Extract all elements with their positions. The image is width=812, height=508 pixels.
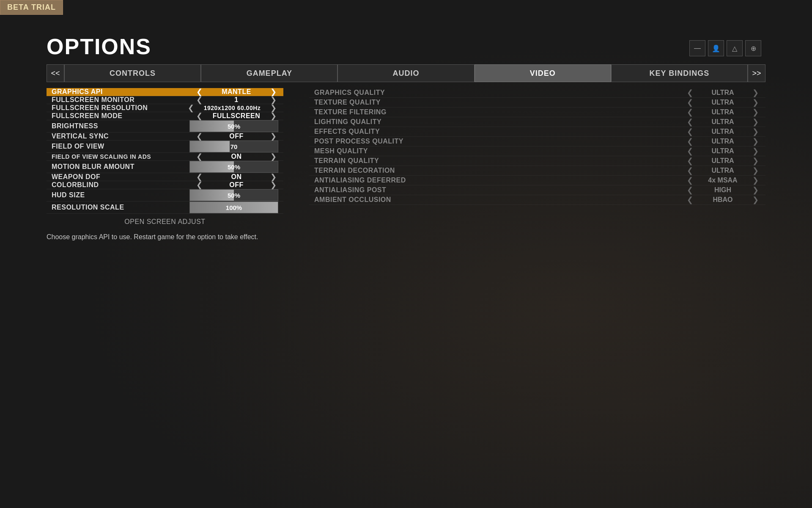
fullscreen-mode-next-button[interactable]: ❯ bbox=[269, 112, 278, 120]
option-label-ambient-occlusion: AMBIENT OCCLUSION bbox=[314, 196, 685, 204]
option-row-terrain-quality: TERRAIN QUALITY ❮ ULTRA ❯ bbox=[309, 156, 765, 166]
option-label-effects-quality: EFFECTS QUALITY bbox=[314, 128, 685, 135]
vertical-sync-next-button[interactable]: ❯ bbox=[269, 133, 278, 140]
option-label-weapon-dof: WEAPON DOF bbox=[52, 173, 195, 181]
option-control-ambient-occlusion: ❮ HBAO ❯ bbox=[685, 195, 760, 204]
resolution-scale-slider[interactable]: 100% bbox=[189, 202, 278, 213]
option-label-terrain-quality: TERRAIN QUALITY bbox=[314, 157, 685, 165]
tab-audio[interactable]: AUDIO bbox=[337, 64, 474, 82]
hud-size-value: 50% bbox=[228, 192, 240, 199]
texture-filtering-prev-button[interactable]: ❮ bbox=[685, 108, 695, 117]
antialiasing-post-value: HIGH bbox=[697, 186, 748, 194]
option-control-texture-filtering: ❮ ULTRA ❯ bbox=[685, 108, 760, 117]
option-control-hud-size: 50% bbox=[189, 189, 278, 201]
tab-keybindings[interactable]: KEY BINDINGS bbox=[611, 64, 748, 82]
trophy-icon[interactable]: △ bbox=[727, 40, 743, 56]
lighting-quality-prev-button[interactable]: ❮ bbox=[685, 117, 695, 127]
fov-scaling-value: ON bbox=[207, 153, 266, 160]
option-label-motion-blur: MOTION BLUR AMOUNT bbox=[52, 163, 189, 171]
antialiasing-deferred-prev-button[interactable]: ❮ bbox=[685, 176, 695, 185]
post-process-quality-value: ULTRA bbox=[697, 138, 748, 145]
option-row-texture-quality: TEXTURE QUALITY ❮ ULTRA ❯ bbox=[309, 98, 765, 108]
texture-quality-prev-button[interactable]: ❮ bbox=[685, 98, 695, 107]
effects-quality-prev-button[interactable]: ❮ bbox=[685, 127, 695, 136]
tab-gameplay[interactable]: GAMEPLAY bbox=[201, 64, 337, 82]
post-process-quality-prev-button[interactable]: ❮ bbox=[685, 137, 695, 146]
terrain-decoration-value: ULTRA bbox=[697, 167, 748, 174]
option-row-antialiasing-post: ANTIALIASING POST ❮ HIGH ❯ bbox=[309, 185, 765, 195]
fullscreen-monitor-prev-button[interactable]: ❮ bbox=[195, 96, 204, 104]
option-label-field-of-view: FIELD OF VIEW bbox=[52, 143, 189, 150]
fullscreen-monitor-value: 1 bbox=[207, 96, 266, 104]
motion-blur-slider[interactable]: 50% bbox=[189, 161, 278, 173]
ambient-occlusion-next-button[interactable]: ❯ bbox=[751, 195, 760, 204]
fullscreen-mode-prev-button[interactable]: ❮ bbox=[195, 112, 204, 120]
fov-scaling-prev-button[interactable]: ❮ bbox=[195, 153, 204, 160]
screen-adjust-link[interactable]: OPEN SCREEN ADJUST bbox=[47, 214, 283, 230]
option-control-field-of-view: 70 bbox=[189, 141, 278, 152]
mesh-quality-next-button[interactable]: ❯ bbox=[751, 146, 760, 156]
option-control-lighting-quality: ❮ ULTRA ❯ bbox=[685, 117, 760, 127]
option-control-colorblind: ❮ OFF ❯ bbox=[195, 181, 278, 189]
antialiasing-deferred-value: 4x MSAA bbox=[697, 177, 748, 184]
weapon-dof-prev-button[interactable]: ❮ bbox=[195, 173, 204, 181]
texture-quality-next-button[interactable]: ❯ bbox=[751, 98, 760, 107]
tab-next-button[interactable]: >> bbox=[748, 64, 765, 82]
option-row-motion-blur: MOTION BLUR AMOUNT 50% bbox=[47, 161, 283, 173]
option-control-graphics-api: ❮ MANTLE ❯ bbox=[195, 88, 278, 96]
fov-scaling-next-button[interactable]: ❯ bbox=[269, 153, 278, 160]
effects-quality-next-button[interactable]: ❯ bbox=[751, 127, 760, 136]
option-control-antialiasing-deferred: ❮ 4x MSAA ❯ bbox=[685, 176, 760, 185]
option-label-lighting-quality: LIGHTING QUALITY bbox=[314, 118, 685, 126]
weapon-dof-next-button[interactable]: ❯ bbox=[269, 173, 278, 181]
option-label-vertical-sync: VERTICAL SYNC bbox=[52, 133, 195, 140]
antialiasing-post-next-button[interactable]: ❯ bbox=[751, 185, 760, 195]
option-label-graphics-quality: GRAPHICS QUALITY bbox=[314, 89, 685, 97]
lighting-quality-next-button[interactable]: ❯ bbox=[751, 117, 760, 127]
colorblind-prev-button[interactable]: ❮ bbox=[195, 181, 204, 189]
terrain-quality-prev-button[interactable]: ❮ bbox=[685, 156, 695, 166]
hud-size-slider[interactable]: 50% bbox=[189, 189, 278, 201]
texture-filtering-value: ULTRA bbox=[697, 108, 748, 116]
option-control-terrain-decoration: ❮ ULTRA ❯ bbox=[685, 166, 760, 175]
option-row-graphics-api: GRAPHICS API ❮ MANTLE ❯ bbox=[47, 88, 283, 96]
brightness-slider[interactable]: 50% bbox=[189, 120, 278, 132]
antialiasing-post-prev-button[interactable]: ❮ bbox=[685, 185, 695, 195]
option-label-antialiasing-post: ANTIALIASING POST bbox=[314, 186, 685, 194]
option-label-mesh-quality: MESH QUALITY bbox=[314, 147, 685, 155]
fullscreen-monitor-next-button[interactable]: ❯ bbox=[269, 96, 278, 104]
texture-filtering-next-button[interactable]: ❯ bbox=[751, 108, 760, 117]
graphics-quality-value: ULTRA bbox=[697, 89, 748, 97]
fullscreen-resolution-next-button[interactable]: ❯ bbox=[269, 104, 278, 112]
graphics-quality-prev-button[interactable]: ❮ bbox=[685, 88, 695, 97]
ambient-occlusion-prev-button[interactable]: ❮ bbox=[685, 195, 695, 204]
terrain-decoration-next-button[interactable]: ❯ bbox=[751, 166, 760, 175]
graphics-api-prev-button[interactable]: ❮ bbox=[195, 88, 204, 96]
tab-controls[interactable]: CONTROLS bbox=[64, 64, 201, 82]
antialiasing-deferred-next-button[interactable]: ❯ bbox=[751, 176, 760, 185]
vertical-sync-prev-button[interactable]: ❮ bbox=[195, 133, 204, 140]
option-label-texture-filtering: TEXTURE FILTERING bbox=[314, 108, 685, 116]
mesh-quality-prev-button[interactable]: ❮ bbox=[685, 146, 695, 156]
post-process-quality-next-button[interactable]: ❯ bbox=[751, 137, 760, 146]
option-row-effects-quality: EFFECTS QUALITY ❮ ULTRA ❯ bbox=[309, 127, 765, 137]
tab-video[interactable]: VIDEO bbox=[475, 64, 611, 82]
fullscreen-mode-value: FULLSCREEN bbox=[207, 112, 266, 120]
graphics-api-next-button[interactable]: ❯ bbox=[269, 88, 278, 96]
graphics-quality-next-button[interactable]: ❯ bbox=[751, 88, 760, 97]
brightness-value: 50% bbox=[228, 123, 240, 130]
field-of-view-slider[interactable]: 70 bbox=[189, 141, 278, 152]
tab-prev-button[interactable]: << bbox=[47, 64, 64, 82]
field-of-view-value: 70 bbox=[230, 143, 238, 150]
option-row-brightness: BRIGHTNESS 50% bbox=[47, 120, 283, 133]
colorblind-next-button[interactable]: ❯ bbox=[269, 181, 278, 189]
terrain-quality-next-button[interactable]: ❯ bbox=[751, 156, 760, 166]
fullscreen-resolution-prev-button[interactable]: ❮ bbox=[186, 104, 196, 112]
weapon-dof-value: ON bbox=[207, 173, 266, 181]
globe-icon[interactable]: ⊕ bbox=[745, 40, 761, 56]
people-icon[interactable]: 👤 bbox=[708, 40, 724, 56]
effects-quality-value: ULTRA bbox=[697, 128, 748, 135]
option-row-weapon-dof: WEAPON DOF ❮ ON ❯ bbox=[47, 173, 283, 181]
minimize-icon[interactable]: — bbox=[689, 40, 705, 56]
terrain-decoration-prev-button[interactable]: ❮ bbox=[685, 166, 695, 175]
